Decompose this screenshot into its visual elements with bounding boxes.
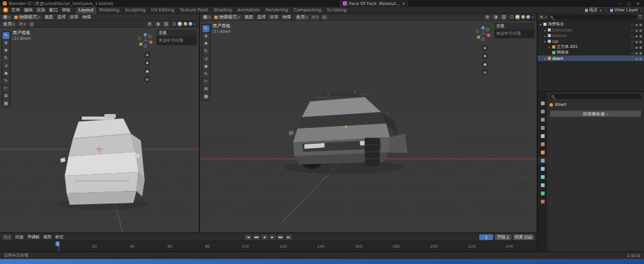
annotate-tool[interactable]: ✎ [3, 77, 9, 84]
editor-type-button[interactable]: ▦ ▾ [2, 14, 11, 20]
topbar-menu-item[interactable]: 渲染 [35, 7, 47, 13]
select-box-tool[interactable]: ↖ [3, 32, 9, 39]
navigation-gizmo[interactable] [475, 25, 491, 42]
show-overlays-toggle[interactable]: ◑ [155, 21, 161, 27]
checkbox-icon[interactable]: ▢ [631, 28, 634, 32]
viewport-menu-item[interactable]: 物体 [80, 14, 93, 20]
viewport-menu-item[interactable]: 选择 [55, 14, 68, 20]
checkbox-icon[interactable]: ▢ [631, 51, 634, 55]
snap-toggle[interactable]: ∩ ▾ [18, 21, 27, 27]
shading-wireframe-button[interactable] [510, 15, 514, 19]
select-box-tool[interactable]: ↖ [203, 25, 209, 32]
cursor-tool[interactable]: ⊕ [203, 33, 209, 40]
outliner-row[interactable]: ▸hetemi▢◉▣ [538, 33, 644, 38]
viewport-canvas[interactable]: ↖⊕✚↻⊿◉✎⊢⊞▦ 用户透视 (1) down ⊕ ✚ ▣ ⊞ 变换 未选中任… [200, 21, 536, 232]
expander-icon[interactable]: ▾ [543, 57, 547, 60]
frame-end-field[interactable]: 结束 250 [513, 234, 534, 240]
eye-icon[interactable]: ◉ [635, 34, 638, 38]
topbar-menu-item[interactable]: 帮助 [60, 7, 72, 13]
perspective-toggle-icon[interactable]: ⊞ [144, 76, 150, 83]
move-tool[interactable]: ✚ [3, 47, 9, 54]
current-frame-field[interactable]: 1 [479, 234, 493, 240]
proportional-edit-toggle[interactable]: ◎ [321, 14, 328, 20]
ladder-object[interactable] [365, 138, 380, 167]
scene-unlink-icon[interactable]: ✕ [599, 8, 602, 13]
show-gizmo-toggle[interactable]: ⊕ [484, 14, 491, 20]
move-tool[interactable]: ✚ [203, 40, 209, 47]
close-button[interactable]: ✕ [636, 1, 640, 6]
timeline-menu-item[interactable]: 回放 [13, 234, 25, 239]
eye-icon[interactable]: ◉ [635, 51, 638, 55]
jump-to-start-button[interactable]: |◀ [245, 234, 252, 240]
eye-icon[interactable]: ◉ [635, 28, 638, 32]
properties-tab-object[interactable] [538, 149, 547, 156]
rotate-tool[interactable]: ↻ [203, 48, 209, 55]
expander-icon[interactable]: ▸ [543, 34, 547, 38]
topbar-menu-item[interactable]: 文件 [9, 7, 22, 13]
scene-selector[interactable]: 场景 ✕ [582, 8, 605, 13]
properties-tab-output[interactable] [538, 116, 547, 123]
transform-orientation-dropdown[interactable]: 全局 ▾ [295, 14, 309, 20]
properties-tab-tool[interactable] [538, 100, 547, 106]
extras-tool[interactable]: ▦ [3, 100, 9, 107]
workspace-tab-uv-editing[interactable]: UV Editing [148, 7, 177, 14]
frame-start-field[interactable]: 开始 1 [495, 234, 511, 240]
timeline-menu-item[interactable]: 视图 [42, 234, 53, 239]
outliner-row[interactable]: 网格体▢◉▣ [538, 50, 644, 55]
outliner-row[interactable]: ▸立方体.001▢◉▣ [538, 44, 644, 50]
shading-rendered-button[interactable] [189, 22, 192, 26]
windows-taskbar-sliver[interactable] [0, 259, 644, 264]
viewport-menu-item[interactable]: 添加 [268, 14, 280, 20]
add-cube-tool[interactable]: ⊞ [3, 93, 9, 100]
properties-tab-render[interactable] [538, 108, 547, 115]
blender-menu-icon[interactable] [3, 8, 8, 13]
workspace-tab-animation[interactable]: Animation [235, 7, 263, 14]
annotate-tool[interactable]: ✎ [203, 71, 209, 77]
add-modifier-button[interactable]: 添加修改器 ▾ [550, 110, 641, 117]
transform-orientation-dropdown[interactable]: 全局 ▾ [2, 21, 16, 27]
camera-view-icon[interactable]: ▣ [482, 61, 488, 67]
pan-icon[interactable]: ✚ [144, 60, 150, 66]
play-reverse-button[interactable]: ◀ [261, 234, 268, 240]
workspace-tab-scripting[interactable]: Scripting [325, 7, 350, 14]
view-layer-selector[interactable]: View Layer [608, 8, 641, 13]
snap-toggle[interactable]: ∩ ▾ [311, 14, 319, 20]
shading-rendered-button[interactable] [526, 15, 530, 19]
shading-solid-button[interactable] [178, 22, 182, 26]
minimize-button[interactable]: ─ [619, 1, 622, 6]
show-gizmo-toggle[interactable]: ⊕ [147, 21, 153, 27]
properties-tab-modifiers[interactable] [538, 157, 547, 164]
workspace-tab-texture-paint[interactable]: Texture Paint [177, 7, 211, 14]
playhead[interactable]: 1 [58, 241, 59, 251]
transform-tool[interactable]: ◉ [203, 63, 209, 70]
next-keyframe-button[interactable]: ▶▶ [277, 234, 284, 240]
expander-icon[interactable]: ▸ [548, 45, 551, 49]
viewport-menu-item[interactable]: 选择 [255, 14, 268, 20]
viewport-menu-item[interactable]: 视图 [43, 14, 55, 20]
properties-tab-constraints[interactable] [538, 181, 547, 188]
checkbox-icon[interactable]: ▢ [631, 23, 634, 26]
timeline-ruler[interactable]: 1 20406080100120140160180200220240 [0, 241, 536, 251]
outliner-row[interactable]: ▾场景集合▢◉▣ [538, 21, 644, 27]
pan-icon[interactable]: ✚ [482, 53, 488, 59]
topbar-menu-item[interactable]: 编辑 [22, 7, 35, 13]
camera-icon[interactable]: ▣ [639, 34, 642, 38]
shading-wireframe-button[interactable] [172, 22, 176, 26]
editor-type-button[interactable]: ▦ ▾ [202, 14, 211, 20]
camera-icon[interactable]: ▣ [639, 23, 642, 26]
transform-tool[interactable]: ◉ [3, 70, 9, 77]
play-button[interactable]: ▶ [269, 234, 276, 240]
viewport-scene[interactable] [0, 28, 199, 232]
extras-tool[interactable]: ▦ [203, 93, 209, 100]
rotate-tool[interactable]: ↻ [3, 55, 9, 62]
properties-tab-object-data[interactable] [538, 190, 547, 197]
background-window-tab[interactable]: Face Of Fack -Resolut... ✕ [340, 0, 408, 7]
xray-toggle[interactable]: ▥ [163, 21, 170, 27]
zoom-icon[interactable]: ⊕ [144, 52, 150, 58]
eye-icon[interactable]: ◉ [635, 40, 638, 43]
mode-dropdown[interactable]: 物体模式 ▾ [213, 14, 241, 20]
filter-icon[interactable]: ▽ [639, 14, 642, 20]
properties-tab-view-layer[interactable] [538, 124, 547, 131]
scale-tool[interactable]: ⊿ [3, 62, 9, 69]
shading-solid-button[interactable] [516, 15, 519, 19]
